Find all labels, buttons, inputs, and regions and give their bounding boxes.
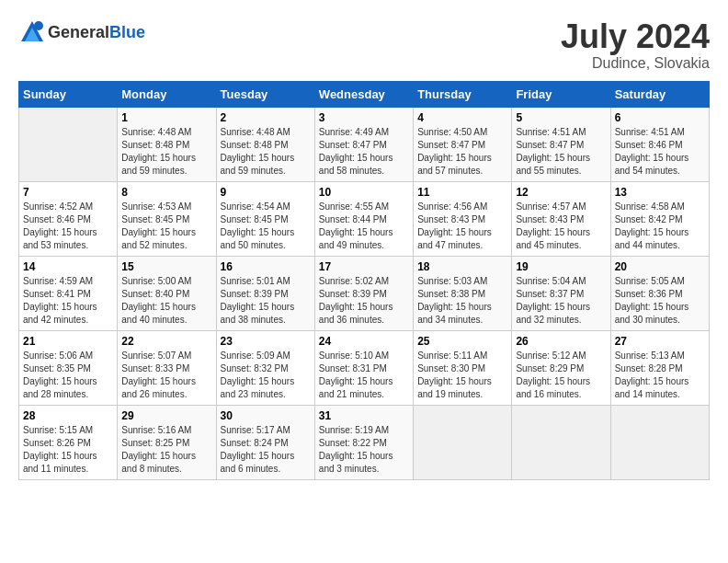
day-number: 26 <box>516 335 606 348</box>
day-number: 7 <box>23 186 113 199</box>
day-number: 22 <box>121 335 211 348</box>
day-info: Sunrise: 4:54 AM Sunset: 8:45 PM Dayligh… <box>221 201 311 252</box>
day-number: 15 <box>121 260 211 273</box>
day-info: Sunrise: 5:17 AM Sunset: 8:24 PM Dayligh… <box>221 424 311 476</box>
calendar-cell: 28Sunrise: 5:15 AM Sunset: 8:26 PM Dayli… <box>19 405 118 479</box>
day-info: Sunrise: 5:13 AM Sunset: 8:28 PM Dayligh… <box>615 350 705 401</box>
col-header-saturday: Saturday <box>610 81 709 107</box>
calendar-cell: 22Sunrise: 5:07 AM Sunset: 8:33 PM Dayli… <box>118 330 216 405</box>
calendar-cell: 21Sunrise: 5:06 AM Sunset: 8:35 PM Dayli… <box>19 330 118 405</box>
day-number: 1 <box>121 111 211 124</box>
calendar-title-area: July 2024 Dudince, Slovakia <box>561 18 710 72</box>
day-number: 30 <box>221 409 311 422</box>
week-row-4: 21Sunrise: 5:06 AM Sunset: 8:35 PM Dayli… <box>19 330 710 405</box>
day-number: 3 <box>319 111 409 124</box>
day-info: Sunrise: 4:51 AM Sunset: 8:46 PM Dayligh… <box>615 126 705 178</box>
day-info: Sunrise: 4:48 AM Sunset: 8:48 PM Dayligh… <box>121 126 211 178</box>
calendar-cell: 9Sunrise: 4:54 AM Sunset: 8:45 PM Daylig… <box>216 181 314 256</box>
calendar-table: SundayMondayTuesdayWednesdayThursdayFrid… <box>18 81 710 480</box>
calendar-cell: 19Sunrise: 5:04 AM Sunset: 8:37 PM Dayli… <box>512 256 610 330</box>
calendar-cell: 2Sunrise: 4:48 AM Sunset: 8:48 PM Daylig… <box>216 107 314 181</box>
calendar-cell <box>512 405 610 479</box>
logo-blue: Blue <box>109 23 145 41</box>
day-info: Sunrise: 5:11 AM Sunset: 8:30 PM Dayligh… <box>417 350 507 401</box>
day-number: 14 <box>23 260 113 273</box>
calendar-cell: 11Sunrise: 4:56 AM Sunset: 8:43 PM Dayli… <box>414 181 512 256</box>
day-number: 19 <box>516 260 606 273</box>
logo-general: General <box>48 23 109 41</box>
day-info: Sunrise: 5:16 AM Sunset: 8:25 PM Dayligh… <box>121 424 211 476</box>
calendar-cell: 8Sunrise: 4:53 AM Sunset: 8:45 PM Daylig… <box>118 181 216 256</box>
day-info: Sunrise: 5:02 AM Sunset: 8:39 PM Dayligh… <box>319 275 409 327</box>
week-row-1: 1Sunrise: 4:48 AM Sunset: 8:48 PM Daylig… <box>19 107 710 181</box>
day-number: 11 <box>417 186 507 199</box>
calendar-cell: 13Sunrise: 4:58 AM Sunset: 8:42 PM Dayli… <box>610 181 709 256</box>
day-info: Sunrise: 4:50 AM Sunset: 8:47 PM Dayligh… <box>417 126 507 178</box>
day-number: 2 <box>221 111 311 124</box>
day-number: 18 <box>417 260 507 273</box>
calendar-cell: 16Sunrise: 5:01 AM Sunset: 8:39 PM Dayli… <box>216 256 314 330</box>
day-info: Sunrise: 5:06 AM Sunset: 8:35 PM Dayligh… <box>23 350 113 401</box>
calendar-cell: 20Sunrise: 5:05 AM Sunset: 8:36 PM Dayli… <box>610 256 709 330</box>
day-number: 8 <box>121 186 211 199</box>
day-number: 28 <box>23 409 113 422</box>
calendar-cell: 24Sunrise: 5:10 AM Sunset: 8:31 PM Dayli… <box>314 330 413 405</box>
col-header-sunday: Sunday <box>19 81 118 107</box>
day-info: Sunrise: 5:01 AM Sunset: 8:39 PM Dayligh… <box>221 275 311 327</box>
day-info: Sunrise: 4:59 AM Sunset: 8:41 PM Dayligh… <box>23 275 113 327</box>
calendar-cell: 17Sunrise: 5:02 AM Sunset: 8:39 PM Dayli… <box>314 256 413 330</box>
calendar-cell: 4Sunrise: 4:50 AM Sunset: 8:47 PM Daylig… <box>414 107 512 181</box>
day-info: Sunrise: 4:48 AM Sunset: 8:48 PM Dayligh… <box>221 126 311 178</box>
col-header-tuesday: Tuesday <box>216 81 314 107</box>
day-info: Sunrise: 5:09 AM Sunset: 8:32 PM Dayligh… <box>221 350 311 401</box>
month-year-title: July 2024 <box>561 18 710 55</box>
day-number: 4 <box>417 111 507 124</box>
calendar-cell: 1Sunrise: 4:48 AM Sunset: 8:48 PM Daylig… <box>118 107 216 181</box>
calendar-cell: 6Sunrise: 4:51 AM Sunset: 8:46 PM Daylig… <box>610 107 709 181</box>
calendar-cell <box>610 405 709 479</box>
day-info: Sunrise: 5:00 AM Sunset: 8:40 PM Dayligh… <box>121 275 211 327</box>
day-number: 31 <box>319 409 409 422</box>
day-number: 20 <box>615 260 705 273</box>
calendar-cell: 25Sunrise: 5:11 AM Sunset: 8:30 PM Dayli… <box>414 330 512 405</box>
day-info: Sunrise: 4:49 AM Sunset: 8:47 PM Dayligh… <box>319 126 409 178</box>
day-number: 12 <box>516 186 606 199</box>
day-info: Sunrise: 4:57 AM Sunset: 8:43 PM Dayligh… <box>516 201 606 252</box>
calendar-cell: 14Sunrise: 4:59 AM Sunset: 8:41 PM Dayli… <box>19 256 118 330</box>
day-info: Sunrise: 4:58 AM Sunset: 8:42 PM Dayligh… <box>615 201 705 252</box>
day-number: 29 <box>121 409 211 422</box>
calendar-body: 1Sunrise: 4:48 AM Sunset: 8:48 PM Daylig… <box>19 107 710 479</box>
calendar-header-row: SundayMondayTuesdayWednesdayThursdayFrid… <box>19 81 710 107</box>
location-subtitle: Dudince, Slovakia <box>561 55 710 72</box>
day-info: Sunrise: 4:56 AM Sunset: 8:43 PM Dayligh… <box>417 201 507 252</box>
day-info: Sunrise: 4:52 AM Sunset: 8:46 PM Dayligh… <box>23 201 113 252</box>
calendar-cell: 29Sunrise: 5:16 AM Sunset: 8:25 PM Dayli… <box>118 405 216 479</box>
day-number: 13 <box>615 186 705 199</box>
calendar-cell: 5Sunrise: 4:51 AM Sunset: 8:47 PM Daylig… <box>512 107 610 181</box>
page-header: GeneralBlue July 2024 Dudince, Slovakia <box>18 18 710 72</box>
day-info: Sunrise: 5:04 AM Sunset: 8:37 PM Dayligh… <box>516 275 606 327</box>
calendar-cell: 10Sunrise: 4:55 AM Sunset: 8:44 PM Dayli… <box>314 181 413 256</box>
col-header-monday: Monday <box>118 81 216 107</box>
col-header-friday: Friday <box>512 81 610 107</box>
day-info: Sunrise: 4:53 AM Sunset: 8:45 PM Dayligh… <box>121 201 211 252</box>
day-number: 17 <box>319 260 409 273</box>
day-info: Sunrise: 4:51 AM Sunset: 8:47 PM Dayligh… <box>516 126 606 178</box>
calendar-cell: 7Sunrise: 4:52 AM Sunset: 8:46 PM Daylig… <box>19 181 118 256</box>
day-number: 6 <box>615 111 705 124</box>
day-number: 27 <box>615 335 705 348</box>
day-number: 23 <box>221 335 311 348</box>
day-number: 16 <box>221 260 311 273</box>
col-header-thursday: Thursday <box>414 81 512 107</box>
day-info: Sunrise: 5:19 AM Sunset: 8:22 PM Dayligh… <box>319 424 409 476</box>
day-info: Sunrise: 5:05 AM Sunset: 8:36 PM Dayligh… <box>615 275 705 327</box>
calendar-cell: 15Sunrise: 5:00 AM Sunset: 8:40 PM Dayli… <box>118 256 216 330</box>
week-row-2: 7Sunrise: 4:52 AM Sunset: 8:46 PM Daylig… <box>19 181 710 256</box>
day-info: Sunrise: 5:10 AM Sunset: 8:31 PM Dayligh… <box>319 350 409 401</box>
calendar-cell <box>19 107 118 181</box>
calendar-cell: 3Sunrise: 4:49 AM Sunset: 8:47 PM Daylig… <box>314 107 413 181</box>
week-row-5: 28Sunrise: 5:15 AM Sunset: 8:26 PM Dayli… <box>19 405 710 479</box>
day-number: 5 <box>516 111 606 124</box>
day-info: Sunrise: 5:07 AM Sunset: 8:33 PM Dayligh… <box>121 350 211 401</box>
day-number: 10 <box>319 186 409 199</box>
